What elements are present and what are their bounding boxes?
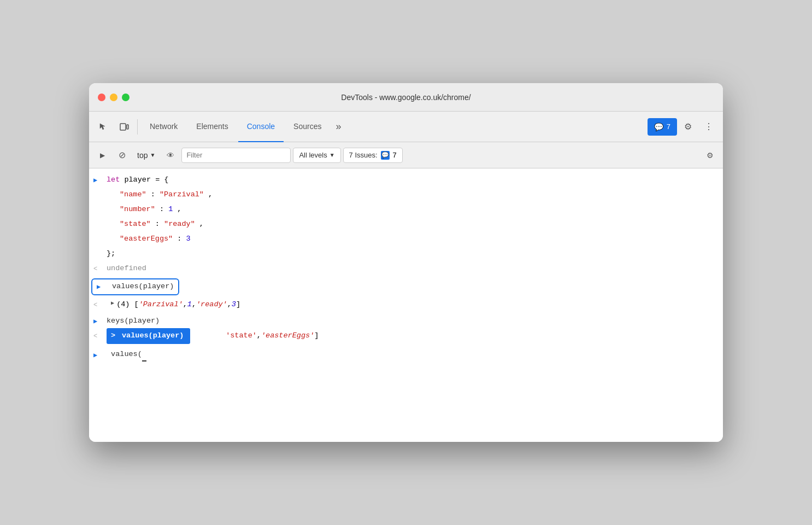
- console-line: "number" : 1 ,: [89, 202, 723, 217]
- traffic-lights: [98, 94, 130, 101]
- log-levels-dropdown[interactable]: All levels ▼: [293, 148, 340, 163]
- context-selector[interactable]: top ▼: [133, 147, 160, 164]
- maximize-button[interactable]: [122, 94, 130, 101]
- titlebar: DevTools - www.google.co.uk/chrome/: [89, 83, 723, 112]
- devtools-window: DevTools - www.google.co.uk/chrome/ Netw…: [89, 83, 723, 442]
- tab-elements[interactable]: Elements: [187, 112, 237, 142]
- tab-console[interactable]: Console: [238, 112, 284, 142]
- console-line: ▶ let player = {: [89, 173, 723, 188]
- console-output-line-obscured: < ▶ values(player) 'state' , 'easterEggs…: [89, 329, 723, 343]
- minimize-button[interactable]: [110, 94, 117, 101]
- more-tabs-button[interactable]: »: [331, 112, 345, 142]
- svg-rect-0: [120, 124, 126, 130]
- console-output-expandable: < ▶ (4) [ 'Parzival' , 1 , 'ready' , 3 ]: [89, 298, 723, 312]
- toolbar-divider: [137, 119, 138, 135]
- devtools-toolbar: Network Elements Console Sources » 💬 7 ⚙…: [89, 112, 723, 142]
- console-input-line-highlighted[interactable]: ▶ values(player): [89, 276, 723, 298]
- highlighted-command: ▶ values(player): [91, 278, 179, 295]
- console-line: ▶ keys(player): [89, 314, 723, 329]
- console-line: "name" : "Parzival" ,: [89, 188, 723, 202]
- badge-icon: 💬: [654, 122, 663, 131]
- more-options-icon[interactable]: ⋮: [699, 117, 719, 137]
- console-line: };: [89, 247, 723, 261]
- console-toolbar: ▶ ⊘ top ▼ 👁 All levels ▼ 7 Issues: 💬 7 ⚙: [89, 142, 723, 168]
- output-arrow: <: [93, 264, 104, 275]
- issues-button[interactable]: 7 Issues: 💬 7: [343, 148, 403, 163]
- filter-input[interactable]: [181, 148, 291, 163]
- collapse-arrow[interactable]: ▶: [111, 299, 114, 308]
- chevron-down-icon: ▼: [329, 152, 335, 158]
- autocomplete-overlay[interactable]: values(player): [107, 329, 190, 343]
- device-toolbar-icon[interactable]: [114, 117, 134, 137]
- console-line: "state" : "ready" ,: [89, 217, 723, 232]
- autocomplete-suggestion[interactable]: values(player): [107, 328, 190, 344]
- console-settings-icon[interactable]: ⚙: [701, 147, 719, 164]
- play-button[interactable]: ▶: [93, 147, 111, 164]
- tab-sources[interactable]: Sources: [285, 112, 330, 142]
- clear-console-button[interactable]: ⊘: [113, 147, 131, 164]
- issues-icon: 💬: [381, 151, 390, 160]
- select-element-icon[interactable]: [93, 117, 113, 137]
- console-input-current[interactable]: ▶ values(: [89, 346, 723, 364]
- issues-badge-button[interactable]: 💬 7: [648, 118, 677, 136]
- tab-network[interactable]: Network: [141, 112, 186, 142]
- expand-arrow[interactable]: ▶: [93, 316, 104, 327]
- window-title: DevTools - www.google.co.uk/chrome/: [341, 93, 470, 102]
- cursor: [142, 348, 146, 361]
- svg-rect-1: [127, 125, 128, 129]
- expand-arrow: ▶: [97, 282, 108, 293]
- settings-icon[interactable]: ⚙: [678, 117, 698, 137]
- console-line: "easterEggs" : 3: [89, 232, 723, 247]
- console-content: ▶ let player = { "name" : "Parzival" , "…: [89, 168, 723, 442]
- show-live-expressions[interactable]: 👁: [162, 147, 179, 164]
- close-button[interactable]: [98, 94, 105, 101]
- console-output-line: < undefined: [89, 261, 723, 276]
- expand-arrow[interactable]: ▶: [93, 175, 104, 186]
- chevron-down-icon: ▼: [150, 152, 155, 158]
